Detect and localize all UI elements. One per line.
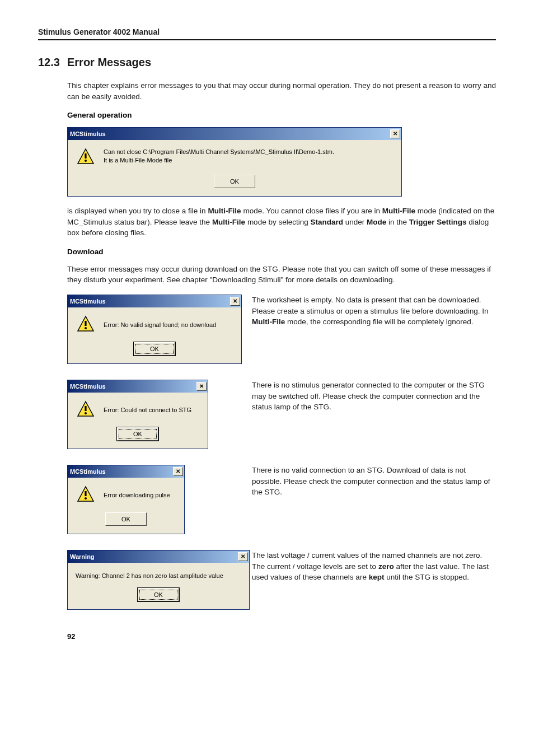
svg-point-2	[85, 160, 87, 162]
ok-button[interactable]: OK	[117, 427, 158, 441]
dialog-message: Warning: Channel 2 has non zero last amp…	[76, 572, 241, 580]
ok-button[interactable]: OK	[138, 588, 179, 601]
close-icon[interactable]: ✕	[173, 467, 183, 476]
dialog-warning-nonzero: Warning ✕ Warning: Channel 2 has non zer…	[67, 550, 250, 610]
close-icon[interactable]: ✕	[390, 129, 400, 138]
dialog-titlebar: Warning ✕	[68, 550, 249, 563]
dialog-cannot-close: MCStimulus ✕ Can not close C:\Program Fi…	[67, 127, 402, 197]
dialog-title: Warning	[70, 553, 95, 560]
section-number: 12.3	[38, 56, 67, 69]
intro-paragraph: This chapter explains error messages to …	[67, 80, 496, 102]
dialog-message: Error: Could not connect to STG	[104, 406, 191, 414]
close-icon[interactable]: ✕	[230, 297, 240, 306]
dialog-title: MCStimulus	[70, 298, 106, 305]
warning-icon	[77, 315, 95, 334]
warning-icon	[77, 148, 95, 167]
section-heading: 12.3Error Messages	[38, 56, 496, 69]
dialog-title: MCStimulus	[70, 383, 106, 390]
page-number: 92	[67, 632, 496, 641]
dialog-no-valid-signal: MCStimulus ✕ Error: No valid signal foun…	[67, 295, 242, 364]
row-description: There is no stimulus generator connected…	[208, 380, 496, 413]
svg-rect-4	[85, 321, 86, 326]
section-title: Error Messages	[67, 56, 151, 68]
ok-button[interactable]: OK	[214, 175, 255, 188]
dialog-titlebar: MCStimulus ✕	[68, 380, 208, 393]
ok-button[interactable]: OK	[134, 342, 175, 356]
svg-rect-7	[85, 406, 86, 411]
svg-point-8	[85, 412, 87, 414]
dialog-title: MCStimulus	[70, 130, 106, 137]
general-heading: General operation	[67, 111, 496, 119]
svg-point-5	[85, 327, 87, 329]
download-intro: These error messages may occur during do…	[67, 264, 496, 286]
row-description: There is no valid connection to an STG. …	[185, 465, 496, 498]
dialog-titlebar: MCStimulus ✕	[68, 295, 241, 307]
row-description: The worksheet is empty. No data is prese…	[242, 295, 496, 328]
close-icon[interactable]: ✕	[238, 552, 248, 561]
svg-rect-1	[85, 153, 86, 158]
dialog-error-downloading: MCStimulus ✕ Error downloading pulse OK	[67, 465, 185, 534]
warning-icon	[77, 400, 95, 419]
warning-icon	[77, 486, 95, 505]
dialog-titlebar: MCStimulus ✕	[68, 128, 401, 140]
dialog-message: Error: No valid signal found; no downloa…	[104, 321, 216, 329]
svg-point-11	[85, 497, 87, 500]
svg-rect-10	[85, 491, 86, 496]
dialog-message: Can not close C:\Program Files\Multi Cha…	[104, 148, 334, 165]
dialog-title: MCStimulus	[70, 468, 106, 475]
doc-title: Stimulus Generator 4002 Manual	[38, 27, 160, 36]
download-heading: Download	[67, 248, 496, 256]
dialog-message: Error downloading pulse	[104, 491, 170, 500]
ok-button[interactable]: OK	[105, 512, 147, 526]
row-description: The last voltage / current values of the…	[250, 550, 496, 583]
general-explain: is displayed when you try to close a fil…	[67, 206, 496, 239]
dialog-titlebar: MCStimulus ✕	[68, 465, 184, 478]
close-icon[interactable]: ✕	[196, 382, 207, 391]
dialog-could-not-connect: MCStimulus ✕ Error: Could not connect to…	[67, 380, 208, 449]
